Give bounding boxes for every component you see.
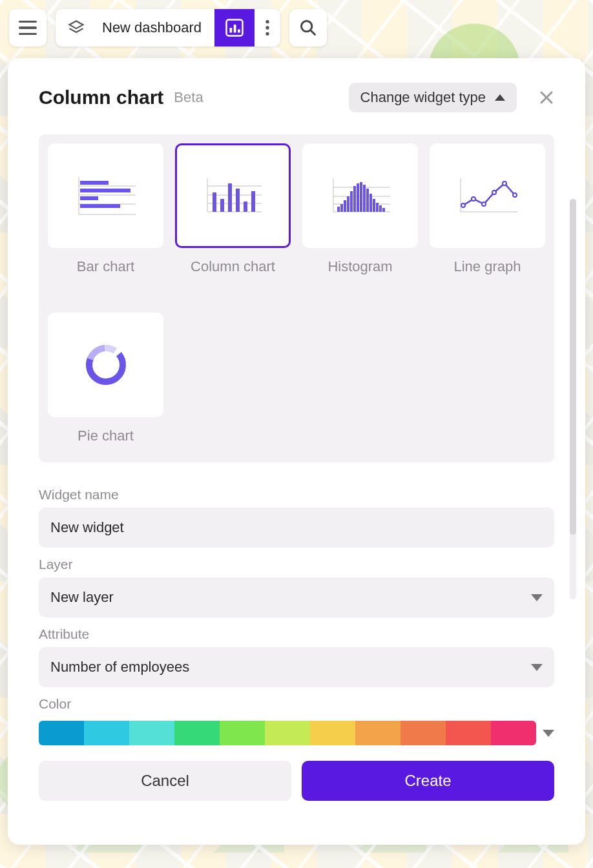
color-swatch[interactable] [446,721,491,745]
layers-button[interactable] [56,9,93,46]
svg-rect-30 [337,207,340,212]
widget-name-input[interactable]: New widget [39,508,554,548]
svg-rect-40 [369,194,372,212]
svg-rect-42 [376,203,379,212]
modal-header: Column chart Beta Change widget type [39,83,554,112]
color-swatch[interactable] [129,721,174,745]
widget-type-line-graph[interactable]: Line graph [430,143,545,275]
more-options-button[interactable] [255,9,280,46]
color-swatch[interactable] [355,721,401,745]
layer-select[interactable]: New layer [39,577,554,617]
hamburger-icon [19,21,37,36]
widget-form: Widget name New widget Layer New layer A… [39,478,554,801]
color-swatch[interactable] [265,721,310,745]
svg-rect-32 [344,200,346,212]
widget-type-column-chart[interactable]: Column chart [175,143,291,275]
svg-point-47 [482,202,486,206]
bar-chart-preview-icon [74,173,138,218]
menu-button[interactable] [9,9,47,46]
color-swatch[interactable] [174,721,220,745]
svg-point-48 [492,191,496,194]
dashboard-toolbar-group: New dashboard [56,9,280,46]
widget-name-value: New widget [50,519,124,536]
dots-vertical-icon [265,19,270,37]
widget-type-bar-chart[interactable]: Bar chart [48,143,163,275]
close-icon [539,90,554,105]
dashboard-title[interactable]: New dashboard [93,9,214,46]
color-swatch[interactable] [310,721,355,745]
widget-config-modal: Column chart Beta Change widget type [8,58,585,845]
modal-title: Column chart [39,87,163,108]
widget-type-picker: Bar chart [39,134,554,462]
attribute-label: Attribute [39,626,554,642]
line-graph-preview-icon [455,173,520,218]
svg-rect-34 [350,191,353,212]
scrollbar[interactable] [570,199,576,599]
svg-line-8 [311,30,315,35]
svg-rect-38 [363,185,366,212]
chevron-down-icon [531,594,543,601]
beta-tag: Beta [174,89,203,106]
svg-point-4 [265,20,269,23]
widget-type-pie-chart[interactable]: Pie chart [48,313,163,444]
color-swatch[interactable] [401,721,446,745]
svg-rect-21 [213,192,216,212]
svg-rect-26 [251,191,255,212]
widget-type-label: Line graph [454,258,521,275]
chevron-down-icon [531,664,543,671]
histogram-preview-icon [328,173,393,218]
svg-rect-2 [234,25,236,33]
bar-chart-icon [225,18,244,37]
svg-rect-33 [347,196,349,212]
footer-buttons: Cancel Create [39,761,554,801]
color-swatch[interactable] [84,721,129,745]
svg-rect-35 [353,186,356,212]
color-label: Color [39,696,554,712]
widget-type-label: Column chart [191,258,275,275]
chevron-up-icon [495,94,505,101]
svg-rect-1 [230,28,233,33]
change-type-label: Change widget type [360,89,486,106]
cancel-button[interactable]: Cancel [39,761,291,801]
widget-type-label: Pie chart [78,428,134,444]
widget-type-label: Bar chart [77,258,134,275]
svg-point-5 [265,26,269,29]
svg-rect-15 [80,189,130,192]
svg-rect-24 [236,189,240,212]
svg-rect-14 [80,181,109,185]
column-chart-preview-icon [201,173,265,218]
search-icon [299,19,317,37]
svg-rect-16 [80,196,98,200]
svg-point-46 [472,197,475,201]
color-swatch[interactable] [220,721,265,745]
layer-value: New layer [50,589,114,606]
svg-rect-17 [80,204,120,208]
widget-type-histogram[interactable]: Histogram [302,143,418,275]
svg-rect-23 [228,183,232,212]
create-button[interactable]: Create [302,761,554,801]
pie-chart-preview-icon [80,339,132,391]
svg-point-6 [265,32,269,36]
layer-label: Layer [39,557,554,572]
search-button[interactable] [289,9,327,46]
close-button[interactable] [539,90,554,105]
change-widget-type-button[interactable]: Change widget type [349,83,517,112]
color-palette-picker[interactable] [39,721,536,745]
svg-rect-41 [373,199,375,212]
top-toolbar: New dashboard [9,9,327,46]
svg-point-50 [513,193,517,197]
widget-type-label: Histogram [328,258,392,275]
svg-rect-37 [360,182,362,212]
color-swatch[interactable] [39,721,84,745]
chart-mode-button[interactable] [214,9,255,46]
color-swatch[interactable] [491,721,536,745]
attribute-select[interactable]: Number of employees [39,647,554,687]
chevron-down-icon [543,730,554,737]
attribute-value: Number of employees [50,659,189,676]
widget-name-label: Widget name [39,487,554,502]
layers-icon [67,19,85,37]
svg-rect-44 [382,208,385,212]
svg-point-45 [461,203,465,207]
svg-rect-22 [220,199,224,212]
svg-point-49 [503,181,506,185]
